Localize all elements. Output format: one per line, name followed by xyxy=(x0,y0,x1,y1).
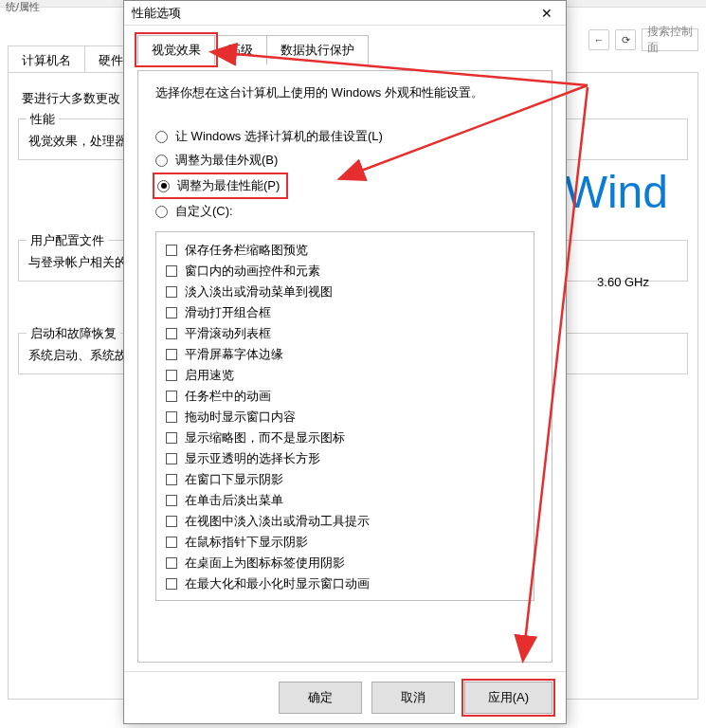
check-label: 启用速览 xyxy=(185,367,234,384)
check-label: 平滑屏幕字体边缘 xyxy=(185,346,283,363)
checkbox-icon xyxy=(166,391,177,402)
checkbox-icon xyxy=(166,537,177,548)
check-label: 窗口内的动画控件和元素 xyxy=(185,263,320,280)
check-item[interactable]: 启用速览 xyxy=(166,367,524,384)
radio-best-appearance-label: 调整为最佳外观(B) xyxy=(175,152,278,169)
radio-auto[interactable]: 让 Windows 选择计算机的最佳设置(L) xyxy=(155,128,534,145)
radio-best-performance-label: 调整为最佳性能(P) xyxy=(177,177,280,194)
checkbox-icon xyxy=(166,495,177,506)
check-label: 保存任务栏缩略图预览 xyxy=(185,242,308,259)
performance-options-dialog: 性能选项 ✕ 视觉效果 高级 数据执行保护 选择你想在这台计算机上使用的 Win… xyxy=(123,0,567,724)
bg-group-startup-title: 启动和故障恢复 xyxy=(27,325,120,342)
check-label: 拖动时显示窗口内容 xyxy=(185,409,296,426)
effects-checklist[interactable]: 保存任务栏缩略图预览 窗口内的动画控件和元素 淡入淡出或滑动菜单到视图 滑动打开… xyxy=(155,231,534,601)
check-label: 在视图中淡入淡出或滑动工具提示 xyxy=(185,513,370,530)
back-icon[interactable]: ← xyxy=(588,29,609,50)
bg-toolbar: ← ⟳ 搜索控制面 xyxy=(588,28,698,51)
checkbox-icon xyxy=(166,370,177,381)
check-item[interactable]: 在视图中淡入淡出或滑动工具提示 xyxy=(166,513,524,530)
radio-auto-label: 让 Windows 选择计算机的最佳设置(L) xyxy=(175,128,383,145)
checkbox-icon xyxy=(166,265,177,277)
check-item[interactable]: 滑动打开组合框 xyxy=(166,304,524,321)
checkbox-icon xyxy=(166,328,177,339)
check-item[interactable]: 保存任务栏缩略图预览 xyxy=(166,242,524,259)
check-item[interactable]: 平滑滚动列表框 xyxy=(166,325,524,342)
dialog-title: 性能选项 xyxy=(132,5,181,22)
check-item[interactable]: 在桌面上为图标标签使用阴影 xyxy=(166,555,524,572)
check-item[interactable]: 在窗口下显示阴影 xyxy=(166,471,524,488)
tab-visual-effects[interactable]: 视觉效果 xyxy=(137,35,215,64)
dialog-button-row: 确定 取消 应用(A) xyxy=(124,671,566,723)
panel-description: 选择你想在这台计算机上使用的 Windows 外观和性能设置。 xyxy=(155,84,534,101)
tab-panel-visual: 选择你想在这台计算机上使用的 Windows 外观和性能设置。 让 Window… xyxy=(137,70,552,663)
bg-group-performance-title: 性能 xyxy=(27,111,59,128)
radio-icon xyxy=(155,206,168,218)
check-item[interactable]: 平滑屏幕字体边缘 xyxy=(166,346,524,363)
cancel-button[interactable]: 取消 xyxy=(371,682,455,714)
check-label: 在桌面上为图标标签使用阴影 xyxy=(185,555,345,572)
dialog-tabs: 视觉效果 高级 数据执行保护 xyxy=(137,35,552,64)
check-item[interactable]: 窗口内的动画控件和元素 xyxy=(166,263,524,280)
radio-icon xyxy=(155,155,168,167)
radio-icon xyxy=(155,131,168,143)
tab-advanced[interactable]: 高级 xyxy=(214,35,267,64)
check-label: 显示缩略图，而不是显示图标 xyxy=(185,429,345,446)
radio-custom-label: 自定义(C): xyxy=(175,203,233,220)
bg-group-userprofile-title: 用户配置文件 xyxy=(27,232,108,249)
radio-icon xyxy=(157,180,170,192)
refresh-icon[interactable]: ⟳ xyxy=(615,29,636,50)
radio-best-appearance[interactable]: 调整为最佳外观(B) xyxy=(155,152,534,169)
apply-button[interactable]: 应用(A) xyxy=(464,682,552,714)
check-label: 在窗口下显示阴影 xyxy=(185,471,283,488)
check-item[interactable]: 在鼠标指针下显示阴影 xyxy=(166,534,524,551)
check-label: 在鼠标指针下显示阴影 xyxy=(185,534,308,551)
checkbox-icon xyxy=(166,307,177,318)
check-label: 在单击后淡出菜单 xyxy=(185,492,283,509)
check-label: 在最大化和最小化时显示窗口动画 xyxy=(185,575,370,592)
bg-tab-computer-name[interactable]: 计算机名 xyxy=(8,46,85,75)
radio-custom[interactable]: 自定义(C): xyxy=(155,203,534,220)
check-item[interactable]: 拖动时显示窗口内容 xyxy=(166,409,524,426)
search-input[interactable]: 搜索控制面 xyxy=(642,28,698,51)
check-item[interactable]: 淡入淡出或滑动菜单到视图 xyxy=(166,283,524,300)
check-item[interactable]: 在单击后淡出菜单 xyxy=(166,492,524,509)
checkbox-icon xyxy=(166,453,177,464)
checkbox-icon xyxy=(166,411,177,423)
tab-dep[interactable]: 数据执行保护 xyxy=(266,35,369,64)
radio-group: 让 Windows 选择计算机的最佳设置(L) 调整为最佳外观(B) 调整为最佳… xyxy=(155,128,534,220)
radio-best-performance[interactable]: 调整为最佳性能(P) xyxy=(155,175,285,196)
cpu-speed-text: 3.60 GHz xyxy=(597,275,649,289)
dialog-titlebar: 性能选项 ✕ xyxy=(124,1,566,26)
check-item[interactable]: 在最大化和最小化时显示窗口动画 xyxy=(166,575,524,592)
check-label: 滑动打开组合框 xyxy=(185,304,271,321)
checkbox-icon xyxy=(166,557,177,569)
checkbox-icon xyxy=(166,349,177,360)
checkbox-icon xyxy=(166,516,177,527)
check-item[interactable]: 显示亚透明的选择长方形 xyxy=(166,450,524,467)
ok-button[interactable]: 确定 xyxy=(279,682,362,714)
checkbox-icon xyxy=(166,245,177,256)
windows-logo-text: Wind xyxy=(565,166,668,218)
close-icon[interactable]: ✕ xyxy=(535,6,558,21)
check-label: 显示亚透明的选择长方形 xyxy=(185,450,320,467)
check-item[interactable]: 任务栏中的动画 xyxy=(166,388,524,405)
check-item[interactable]: 显示缩略图，而不是显示图标 xyxy=(166,429,524,446)
check-label: 淡入淡出或滑动菜单到视图 xyxy=(185,283,333,300)
checkbox-icon xyxy=(166,474,177,485)
check-label: 任务栏中的动画 xyxy=(185,388,271,405)
bg-tabs: 计算机名 硬件 xyxy=(8,46,136,75)
check-label: 平滑滚动列表框 xyxy=(185,325,271,342)
checkbox-icon xyxy=(166,286,177,298)
checkbox-icon xyxy=(166,578,177,590)
checkbox-icon xyxy=(166,432,177,444)
